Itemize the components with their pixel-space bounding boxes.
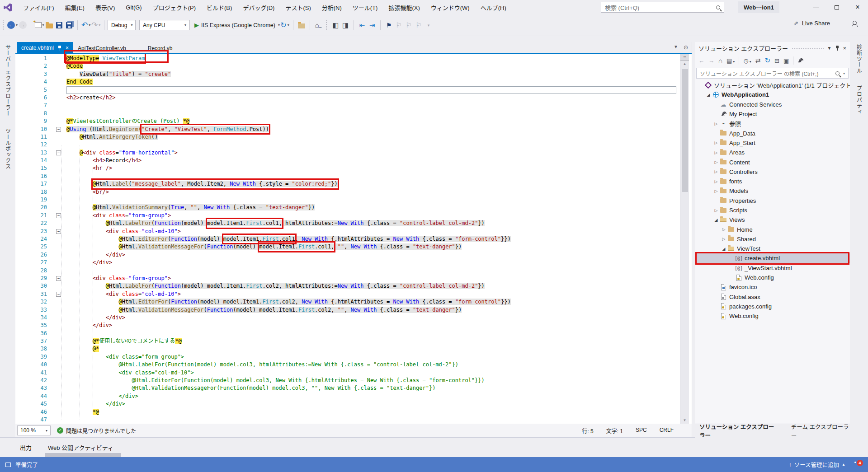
code-line-22[interactable]: 22 @Html.LabelFor(Function(model) model.… bbox=[15, 220, 692, 227]
collapsed-panel-bar[interactable] bbox=[45, 453, 121, 457]
code-line-46[interactable]: 46 *@ bbox=[15, 408, 692, 416]
se-bottom-tab-1[interactable]: チーム エクスプローラー bbox=[791, 422, 850, 439]
save-all-button[interactable] bbox=[64, 19, 74, 31]
code-line-36[interactable]: 36 bbox=[15, 330, 692, 337]
menu-item-4[interactable]: プロジェクト(P) bbox=[148, 1, 201, 14]
tree-expander-closed[interactable]: ▷ bbox=[721, 227, 727, 232]
code-line-35[interactable]: 35 </div> bbox=[15, 322, 692, 329]
save-button[interactable] bbox=[54, 19, 64, 31]
code-line-30[interactable]: 30 @Html.LabelFor(Function(model) model.… bbox=[15, 282, 692, 290]
tree-item-WebApplication1[interactable]: ◢WebApplication1 bbox=[695, 90, 850, 99]
code-line-19[interactable]: 19 bbox=[15, 196, 692, 204]
tree-item-fonts[interactable]: ▷fonts bbox=[695, 177, 850, 186]
server-explorer-tab[interactable]: サーバー エクスプローラー bbox=[4, 44, 12, 117]
code-line-15[interactable]: 15 <hr /> bbox=[15, 164, 692, 172]
tree-expander-closed[interactable]: ▷ bbox=[713, 189, 719, 193]
menu-item-2[interactable]: 表示(V) bbox=[90, 1, 120, 14]
se-show-all-files-icon[interactable]: ▣ bbox=[783, 57, 789, 64]
toolbox-tab[interactable]: ツールボックス bbox=[4, 128, 12, 169]
tree-expander-open[interactable]: ◢ bbox=[705, 93, 712, 97]
code-line-28[interactable]: 28 bbox=[15, 267, 692, 275]
scrollbar-split-handle[interactable]: ═ bbox=[680, 54, 689, 61]
tree-item-packages.config[interactable]: packages.config bbox=[695, 302, 850, 311]
tree-item-Home[interactable]: ▷Home bbox=[695, 224, 850, 234]
se-sync-with-active-document-icon[interactable]: ⇄ bbox=[755, 57, 761, 64]
scrollbar-thumb[interactable] bbox=[682, 69, 688, 192]
se-home-icon[interactable]: ⌂ bbox=[718, 57, 722, 65]
code-line-43[interactable]: 43 @Html.ValidationMessageFor(Function(m… bbox=[15, 384, 692, 392]
code-line-42[interactable]: 42 @Html.EditorFor(Function(model) model… bbox=[15, 377, 692, 384]
feedback-person-icon[interactable] bbox=[852, 21, 857, 26]
se-back-icon[interactable]: ← bbox=[698, 57, 704, 64]
se-bottom-tab-0[interactable]: ソリューション エクスプローラー bbox=[699, 422, 779, 439]
tree-expander-closed[interactable]: ▷ bbox=[713, 160, 719, 164]
menu-item-3[interactable]: Git(G) bbox=[121, 2, 146, 13]
new-project-button[interactable]: ▾ bbox=[34, 19, 44, 31]
pin-icon[interactable] bbox=[835, 45, 839, 51]
redo-button[interactable]: ↷▾ bbox=[91, 19, 101, 31]
scroll-up-icon[interactable]: ▲ bbox=[680, 61, 689, 67]
tree-expander-open[interactable]: ◢ bbox=[721, 247, 727, 251]
line-ending-indicator[interactable]: CRLF bbox=[660, 427, 674, 435]
code-line-39[interactable]: 39 <div class="form-group"> bbox=[15, 353, 692, 361]
close-button[interactable]: × bbox=[847, 0, 868, 14]
restore-button[interactable] bbox=[826, 0, 847, 14]
tree-item-Web.config[interactable]: Web.config bbox=[695, 273, 850, 282]
menu-item-11[interactable]: ウィンドウ(W) bbox=[426, 1, 475, 14]
home-page-button[interactable]: ⌂_ bbox=[313, 19, 323, 31]
platform-combo[interactable]: Any CPU▾ bbox=[139, 20, 190, 30]
tree-expander-open[interactable]: ◢ bbox=[713, 218, 719, 222]
fold-collapse-icon[interactable]: − bbox=[56, 229, 61, 234]
refresh-browser-button[interactable]: ↻▾ bbox=[280, 19, 290, 31]
code-line-8[interactable]: 8 bbox=[15, 110, 692, 117]
add-to-source-control-button[interactable]: ↑ ソース管理に追加 ▲ bbox=[789, 460, 845, 469]
fold-collapse-icon[interactable]: − bbox=[56, 150, 61, 155]
panel-close-icon[interactable]: × bbox=[843, 45, 846, 51]
tree-expander-closed[interactable]: ▷ bbox=[721, 237, 727, 241]
navigate-forward-editor-icon[interactable]: ◨ bbox=[340, 19, 350, 31]
editor-options-icon[interactable]: ⊙ bbox=[684, 44, 688, 51]
tree-item-Views[interactable]: ◢Views bbox=[695, 215, 850, 224]
tree-expander-closed[interactable]: ▷ bbox=[713, 122, 719, 126]
code-line-16[interactable]: 16 bbox=[15, 173, 692, 180]
fold-collapse-icon[interactable]: − bbox=[56, 127, 61, 132]
se-collapse-all-icon[interactable]: ⊟ bbox=[774, 57, 779, 64]
fold-collapse-icon[interactable]: − bbox=[56, 276, 61, 281]
toolbar-grip[interactable] bbox=[3, 20, 5, 30]
fold-collapse-icon[interactable]: − bbox=[56, 292, 61, 297]
diagnostic-tools-tab[interactable]: 診断ツール bbox=[855, 44, 863, 74]
debug-configuration-combo[interactable]: Debug▾ bbox=[108, 20, 136, 30]
code-line-11[interactable]: 11 @Html.AntiForgeryToken() bbox=[15, 133, 692, 141]
clear-bookmarks-button[interactable]: ⚐ bbox=[414, 19, 424, 31]
code-line-10[interactable]: 10−@Using (Html.BeginForm("Create", "Vie… bbox=[15, 126, 692, 133]
tree-item-Scripts[interactable]: ▷Scripts bbox=[695, 206, 850, 215]
code-line-21[interactable]: 21− <div class="form-group"> bbox=[15, 212, 692, 220]
code-line-38[interactable]: 38 @* bbox=[15, 345, 692, 353]
tree-item-App_Data[interactable]: App_Data bbox=[695, 128, 850, 138]
menu-item-6[interactable]: デバッグ(D) bbox=[238, 1, 279, 14]
quick-search-box[interactable]: 検索 (Ctrl+Q) bbox=[601, 2, 724, 13]
tree-item-Content[interactable]: ▷Content bbox=[695, 157, 850, 167]
tree-item-_ViewStart.vbhtml[interactable]: [@]_ViewStart.vbhtml bbox=[695, 263, 850, 273]
se-refresh-icon[interactable]: ↻ bbox=[764, 56, 770, 65]
tree-expander-closed[interactable]: ▷ bbox=[713, 208, 719, 213]
tree-item-My Project[interactable]: My Project bbox=[695, 109, 850, 119]
code-line-20[interactable]: 20 @Html.ValidationSummary(True, "", New… bbox=[15, 204, 692, 211]
tree-item-Models[interactable]: ▷Models bbox=[695, 186, 850, 196]
tree-expander-closed[interactable]: ▷ bbox=[713, 150, 719, 155]
minimize-button[interactable]: — bbox=[806, 0, 826, 14]
output-tab-1[interactable]: Web 公開アクティビティ bbox=[48, 443, 113, 452]
live-share-button[interactable]: Live Share bbox=[802, 20, 830, 27]
code-line-4[interactable]: 4End Code bbox=[15, 78, 692, 86]
code-line-37[interactable]: 37 @*使用しないのでコメントにする*@ bbox=[15, 337, 692, 345]
space-mode-indicator[interactable]: SPC bbox=[636, 427, 647, 435]
tree-item-Controllers[interactable]: ▷Controllers bbox=[695, 167, 850, 177]
code-line-14[interactable]: 14 <h4>Record</h4> bbox=[15, 157, 692, 164]
navigate-back-button[interactable]: ←▾ bbox=[7, 19, 18, 31]
tree-item-Properties[interactable]: Properties bbox=[695, 196, 850, 206]
code-line-44[interactable]: 44 </div> bbox=[15, 393, 692, 400]
tree-item-ViewTest[interactable]: ◢ViewTest bbox=[695, 244, 850, 253]
increase-indent-button[interactable]: ⇥ bbox=[367, 19, 377, 31]
menu-item-12[interactable]: ヘルプ(H) bbox=[476, 1, 511, 14]
code-line-24[interactable]: 24 @Html.EditorFor(Function(model) model… bbox=[15, 235, 692, 243]
